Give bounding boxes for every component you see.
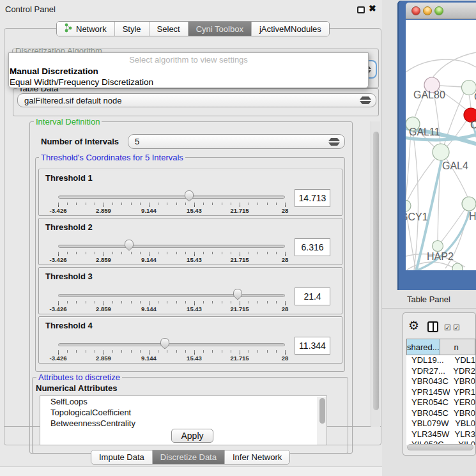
close-icon[interactable]: ✖ [369,3,376,13]
network-edge[interactable] [413,131,418,270]
gear-icon[interactable]: ⚙ [408,318,419,333]
content-scrollbar[interactable] [371,121,380,427]
tab-infer-network[interactable]: Infer Network [224,450,289,464]
tick-label: 21.715 [230,256,249,263]
network-edge[interactable] [406,59,476,72]
network-node[interactable] [462,197,476,211]
tick-label: -3.426 [50,305,67,312]
top-tab-strip: Network Style Select Cyni Toolbox jActiv… [56,21,330,36]
interval-definition-title: Interval Definition [34,117,102,127]
tick-label: 28 [282,305,289,312]
threshold-value-field[interactable]: 21.4 [295,288,330,305]
cell-shared-name: YLR345W [406,429,450,440]
table-row[interactable]: YLR345WYLR3 [406,429,475,440]
cell-name: YPR1 [450,387,475,398]
attribute-item[interactable]: TopologicalCoefficient [40,407,326,418]
scrollbar-thumb[interactable] [373,132,379,410]
column-header-shared-name[interactable]: shared... [406,339,440,355]
table-row[interactable]: YPR145WYPR1 [406,387,475,398]
tab-label: Style [123,24,141,34]
attributes-group-title: Attributes to discretize [36,372,122,382]
threshold-value-field[interactable]: 6.316 [295,238,330,256]
slider-handle[interactable] [233,288,243,303]
network-edge[interactable] [440,86,462,87]
table-data-combobox[interactable]: galFiltered.sif default node [17,93,376,107]
attribute-item[interactable]: SelfLoops [40,396,326,407]
slider-track[interactable] [58,196,285,199]
network-edge[interactable] [469,95,471,108]
tab-impute-data[interactable]: Impute Data [91,450,152,464]
scrollbar-thumb[interactable] [319,398,325,424]
tab-discretize-data[interactable]: Discretize Data [152,450,224,464]
table-row[interactable]: YER054CYER0 [406,397,475,408]
cell-name: YBL0 [451,418,475,429]
tick-label: -3.426 [50,207,67,214]
checkbox-icon[interactable]: ☑ [444,323,451,332]
tab-jactivemnodules[interactable]: jActiveMNodules [251,22,329,36]
slider-handle[interactable] [160,337,170,352]
thresholds-group-title: Threshold's Coordinates for 5 Intervals [39,153,185,162]
network-edge[interactable] [433,52,476,77]
threshold-panel: Threshold 2-3.4262.8599.14415.4321.71528… [38,218,342,265]
attribute-item[interactable]: BetweennessCentrality [40,418,326,429]
column-header-name[interactable]: n [440,339,475,355]
table-row[interactable]: YBR043CYBR0 [406,376,475,387]
network-edge[interactable] [447,121,466,147]
network-node-label: H [469,211,476,222]
table-row[interactable]: YDL19...YDL1 [406,355,475,366]
network-window-titlebar[interactable] [406,3,476,19]
table-panel-title: Table Panel [407,295,450,304]
table-panel: ⚙ ☑ ☑ shared... n YDL19...YDL1YDR27...YD… [403,312,476,456]
threshold-value-field[interactable]: 11.344 [295,337,330,355]
dropdown-option-equal-width[interactable]: Equal Width/Frequency Discretization [10,77,153,87]
tab-select[interactable]: Select [149,22,188,36]
tick-label: 15.43 [187,207,202,214]
number-of-intervals-combobox[interactable]: 5 [128,134,345,149]
tab-cyni-toolbox[interactable]: Cyni Toolbox [188,22,251,36]
dropdown-option-manual[interactable]: Manual Discretization [10,66,98,76]
tick-label: 9.144 [141,256,157,263]
table-horizontal-scrollbar[interactable] [407,444,473,450]
cell-name: YDL1 [450,355,475,366]
cell-shared-name: YBR045C [406,408,450,419]
table-row[interactable]: YBR045CYBR0 [406,408,475,419]
network-view-window[interactable]: GAL80GCGAL11GAL4GCY1HHAP2 [397,1,476,290]
slider-handle[interactable] [124,239,134,254]
slider-handle[interactable] [184,190,194,204]
mac-zoom-icon[interactable] [434,6,443,15]
network-node[interactable] [433,241,443,252]
columns-icon[interactable] [427,321,438,332]
apply-button[interactable]: Apply [171,429,213,443]
network-node[interactable] [433,144,449,160]
attributes-scrollbar[interactable] [318,397,326,445]
table-row[interactable]: YBL079WYBL0 [406,418,475,429]
tick-label: 28 [282,355,289,362]
network-edge[interactable] [441,209,465,242]
float-window-icon[interactable] [357,6,365,13]
network-node-label: GAL4 [442,160,468,171]
network-canvas[interactable]: GAL80GCGAL11GAL4GCY1HHAP2 [406,20,476,270]
table-data-value: galFiltered.sif default node [18,96,121,105]
network-node[interactable] [452,263,463,270]
cell-shared-name: YBR043C [406,376,450,387]
tick-label: 21.715 [230,207,249,214]
divider [382,308,476,309]
network-edge[interactable] [406,131,411,199]
table-row[interactable]: YDR27...YDR2 [406,366,475,377]
tick-label: 9.144 [141,207,157,214]
network-edge[interactable] [408,159,434,200]
tab-style[interactable]: Style [114,22,149,36]
panel-title: Control Panel [5,4,56,14]
mac-minimize-icon[interactable] [423,6,432,15]
tick-label: 2.859 [96,256,111,263]
slider-track[interactable] [58,245,285,248]
slider-track[interactable] [58,343,285,346]
mac-close-icon[interactable] [411,6,420,15]
network-graph: GAL80GCGAL11GAL4GCY1HHAP2 [406,20,476,270]
checkbox-icon[interactable]: ☑ [453,323,460,332]
threshold-value-field[interactable]: 14.713 [295,189,330,207]
tab-network[interactable]: Network [57,22,114,36]
slider-track[interactable] [58,294,285,297]
tick-label: -3.426 [50,256,67,263]
network-node[interactable] [406,200,411,211]
